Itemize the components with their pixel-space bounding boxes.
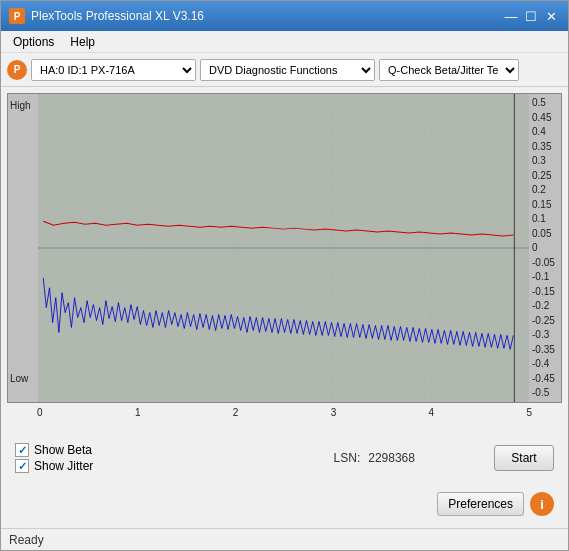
lsn-area: LSN: 2298368 <box>255 451 495 465</box>
app-icon: P <box>9 8 25 24</box>
chart-area: High Low 0.5 0.45 0.4 0.35 0.3 0.25 0.2 … <box>7 93 562 403</box>
checkboxes: Show Beta Show Jitter <box>15 443 255 473</box>
minimize-button[interactable]: — <box>502 7 520 25</box>
x-label-4: 4 <box>429 407 435 418</box>
menu-bar: Options Help <box>1 31 568 53</box>
menu-help[interactable]: Help <box>62 33 103 51</box>
show-beta-label: Show Beta <box>34 443 92 457</box>
maximize-button[interactable]: ☐ <box>522 7 540 25</box>
title-bar: P PlexTools Professional XL V3.16 — ☐ ✕ <box>1 1 568 31</box>
device-select[interactable]: HA:0 ID:1 PX-716A <box>31 59 196 81</box>
show-jitter-row: Show Jitter <box>15 459 255 473</box>
bottom-row2: Preferences i <box>7 490 562 522</box>
test-select[interactable]: Q-Check Beta/Jitter Test <box>379 59 519 81</box>
window-title: PlexTools Professional XL V3.16 <box>31 9 502 23</box>
start-button[interactable]: Start <box>494 445 554 471</box>
bottom-panel: Show Beta Show Jitter LSN: 2298368 Start… <box>7 422 562 522</box>
status-bar: Ready <box>1 528 568 550</box>
lsn-label: LSN: <box>334 451 361 465</box>
x-axis-labels: 0 1 2 3 4 5 <box>7 407 562 418</box>
window-controls: — ☐ ✕ <box>502 7 560 25</box>
show-jitter-checkbox[interactable] <box>15 459 29 473</box>
chart-svg <box>38 94 529 402</box>
show-beta-row: Show Beta <box>15 443 255 457</box>
status-text: Ready <box>9 533 44 547</box>
low-label: Low <box>10 373 28 384</box>
bottom-row1: Show Beta Show Jitter LSN: 2298368 Start <box>7 422 562 490</box>
preferences-button[interactable]: Preferences <box>437 492 524 516</box>
chart-svg-container <box>38 94 529 402</box>
main-content: High Low 0.5 0.45 0.4 0.35 0.3 0.25 0.2 … <box>1 87 568 528</box>
device-icon: P <box>7 60 27 80</box>
x-label-5: 5 <box>526 407 532 418</box>
show-beta-checkbox[interactable] <box>15 443 29 457</box>
close-button[interactable]: ✕ <box>542 7 560 25</box>
x-label-0: 0 <box>37 407 43 418</box>
lsn-value: 2298368 <box>368 451 415 465</box>
y-axis-right: 0.5 0.45 0.4 0.35 0.3 0.25 0.2 0.15 0.1 … <box>529 94 561 402</box>
main-window: P PlexTools Professional XL V3.16 — ☐ ✕ … <box>0 0 569 551</box>
show-jitter-label: Show Jitter <box>34 459 93 473</box>
function-select[interactable]: DVD Diagnostic Functions <box>200 59 375 81</box>
x-label-2: 2 <box>233 407 239 418</box>
high-label: High <box>10 100 31 111</box>
x-label-1: 1 <box>135 407 141 418</box>
info-button[interactable]: i <box>530 492 554 516</box>
menu-options[interactable]: Options <box>5 33 62 51</box>
toolbar: P HA:0 ID:1 PX-716A DVD Diagnostic Funct… <box>1 53 568 87</box>
x-label-3: 3 <box>331 407 337 418</box>
